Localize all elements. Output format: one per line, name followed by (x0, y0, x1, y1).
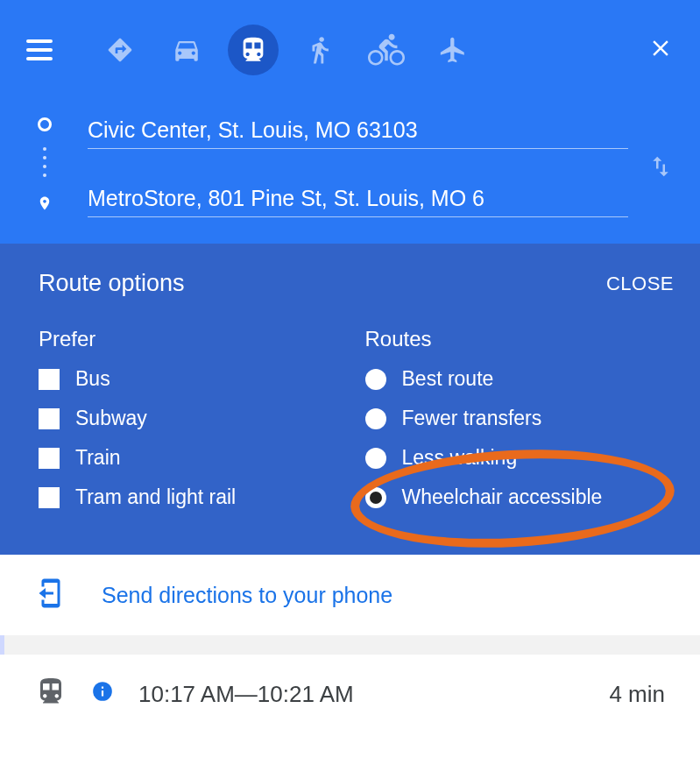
prefer-column: Prefer Bus Subway Train Tram and light r… (39, 327, 348, 525)
close-directions-icon[interactable] (647, 35, 674, 65)
route-result-row[interactable]: 10:17 AM—10:21 AM 4 min (0, 655, 700, 734)
route-time-range: 10:17 AM—10:21 AM (138, 681, 354, 708)
origin-dot-icon (38, 117, 52, 131)
destination-input[interactable] (88, 179, 628, 217)
destination-pin-icon (37, 193, 53, 217)
prefer-subway-checkbox[interactable]: Subway (39, 407, 348, 430)
origin-input[interactable] (88, 110, 628, 149)
option-label: Fewer transfers (402, 407, 542, 430)
route-options-panel: Route options CLOSE Prefer Bus Subway Tr… (0, 244, 700, 555)
send-directions-row[interactable]: Send directions to your phone (0, 555, 700, 635)
transit-result-icon (35, 676, 67, 713)
routes-column: Routes Best route Fewer transfers Less w… (365, 327, 675, 525)
info-icon[interactable] (91, 680, 114, 709)
route-duration: 4 min (609, 681, 665, 708)
option-label: Subway (75, 407, 147, 430)
cycling-tab[interactable] (361, 25, 412, 75)
option-label: Wheelchair accessible (402, 485, 603, 509)
option-label: Train (75, 446, 121, 470)
flights-tab[interactable] (428, 25, 478, 75)
route-wheelchair-radio[interactable]: Wheelchair accessible (365, 485, 675, 509)
directions-header (0, 0, 700, 244)
send-directions-label: Send directions to your phone (102, 583, 392, 608)
locations-block (26, 110, 674, 223)
driving-tab[interactable] (161, 25, 212, 75)
dots-icon (43, 147, 46, 177)
option-label: Tram and light rail (75, 485, 236, 509)
prefer-train-checkbox[interactable]: Train (39, 446, 348, 470)
location-fields (88, 110, 628, 223)
option-label: Best route (402, 367, 494, 391)
close-options-button[interactable]: CLOSE (606, 273, 674, 295)
transit-tab[interactable] (228, 25, 279, 75)
top-icon-row (26, 25, 674, 75)
option-label: Bus (75, 367, 110, 391)
swap-locations-icon[interactable] (647, 110, 674, 223)
route-fewer-transfers-radio[interactable]: Fewer transfers (365, 407, 675, 430)
waypoint-markers (37, 110, 53, 223)
walking-tab[interactable] (294, 25, 345, 75)
menu-icon[interactable] (26, 39, 53, 60)
send-to-phone-icon (35, 577, 67, 613)
result-divider (0, 635, 700, 655)
option-label: Less walking (402, 446, 518, 470)
travel-mode-tabs (95, 25, 478, 75)
route-options-title: Route options (39, 270, 185, 297)
route-less-walking-radio[interactable]: Less walking (365, 446, 675, 470)
prefer-bus-checkbox[interactable]: Bus (39, 367, 348, 391)
best-route-tab[interactable] (95, 25, 145, 75)
route-best-radio[interactable]: Best route (365, 367, 675, 391)
routes-heading: Routes (365, 327, 675, 351)
prefer-tram-checkbox[interactable]: Tram and light rail (39, 485, 348, 509)
prefer-heading: Prefer (39, 327, 348, 351)
